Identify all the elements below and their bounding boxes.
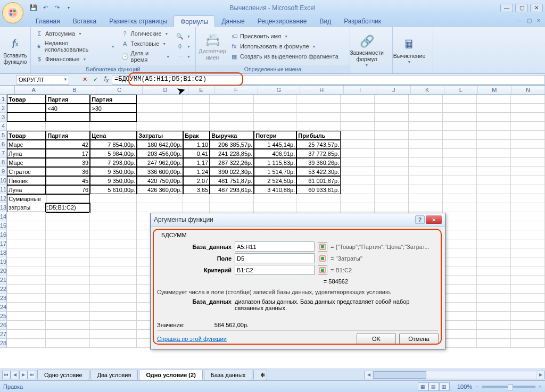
cell[interactable] — [409, 185, 443, 194]
sheet-nav-last[interactable]: ⏭ — [28, 371, 36, 379]
column-header[interactable]: J — [377, 86, 411, 94]
cell[interactable] — [409, 203, 443, 212]
cell[interactable] — [46, 248, 90, 257]
cell[interactable] — [46, 230, 90, 239]
cell[interactable]: 1 115,83р. — [254, 158, 296, 167]
cell[interactable] — [46, 212, 90, 221]
cell[interactable]: 336 600,00р. — [137, 167, 183, 176]
row-header[interactable]: 22 — [0, 285, 7, 294]
cell[interactable] — [443, 203, 477, 212]
cell[interactable] — [46, 276, 90, 285]
cell[interactable] — [296, 194, 341, 203]
cell[interactable]: 39 360,26р. — [296, 158, 341, 167]
cell[interactable]: Затраты — [137, 131, 183, 140]
cell[interactable] — [477, 176, 511, 185]
cell[interactable] — [443, 276, 477, 285]
cell[interactable] — [90, 122, 137, 131]
cell[interactable] — [477, 312, 511, 321]
cell[interactable] — [443, 221, 477, 230]
cell[interactable]: 2,07 — [183, 176, 210, 185]
cell[interactable] — [477, 185, 511, 194]
cell[interactable] — [477, 321, 511, 330]
cell[interactable] — [443, 149, 477, 158]
cell[interactable]: 406,91р. — [254, 149, 296, 158]
cell[interactable] — [511, 185, 545, 194]
cell[interactable] — [341, 140, 375, 149]
cell[interactable] — [90, 303, 137, 312]
column-header[interactable]: G — [258, 86, 300, 94]
row-header[interactable]: 26 — [0, 321, 7, 330]
cell[interactable] — [296, 104, 341, 113]
cell[interactable] — [477, 122, 511, 131]
cell[interactable] — [375, 158, 409, 167]
cell[interactable]: 45 — [46, 176, 90, 185]
cell[interactable] — [511, 158, 545, 167]
cell[interactable] — [443, 122, 477, 131]
cell[interactable]: Луна — [7, 185, 46, 194]
cell[interactable] — [210, 122, 254, 131]
cell[interactable]: Выручка — [210, 131, 254, 140]
cell[interactable] — [511, 276, 545, 285]
cell[interactable] — [375, 176, 409, 185]
column-header[interactable]: A — [15, 86, 53, 94]
cell[interactable]: 180 642,00р. — [137, 140, 183, 149]
cell[interactable]: Брак — [183, 131, 210, 140]
cell[interactable] — [511, 285, 545, 294]
cell[interactable] — [477, 95, 511, 104]
cell[interactable]: 37 772,85р. — [296, 149, 341, 158]
row-header[interactable]: 11 — [0, 185, 7, 194]
cell[interactable]: 9 350,00р. — [90, 176, 137, 185]
cell[interactable] — [46, 113, 90, 122]
normal-view-button[interactable]: ▦ — [418, 382, 428, 391]
cell[interactable] — [341, 176, 375, 185]
close-button[interactable]: ✕ — [530, 4, 543, 12]
insert-function-button[interactable]: fx Вставить функцию — [3, 28, 28, 72]
cell[interactable] — [443, 176, 477, 185]
cell[interactable] — [137, 113, 183, 122]
sheet-tab[interactable]: Одно условие (2) — [139, 370, 202, 380]
cell[interactable] — [183, 194, 210, 203]
cell[interactable] — [183, 95, 210, 104]
column-header[interactable]: C — [96, 86, 143, 94]
cell[interactable]: Партия — [46, 131, 90, 140]
cell[interactable] — [341, 167, 375, 176]
cell[interactable]: 241 228,85р. — [210, 149, 254, 158]
cell[interactable] — [7, 285, 46, 294]
cell[interactable]: затраты — [7, 203, 46, 212]
row-header[interactable]: 9 — [0, 167, 7, 176]
more-functions-button[interactable]: ⋯▼ — [174, 52, 193, 61]
cell[interactable] — [7, 330, 46, 339]
row-header[interactable]: 24 — [0, 303, 7, 312]
cell[interactable]: Партия — [90, 95, 137, 104]
cell[interactable]: 426 360,00р. — [137, 185, 183, 194]
cell[interactable] — [90, 113, 137, 122]
dialog-title-bar[interactable]: Аргументы функции ? ✕ — [151, 213, 445, 227]
cell[interactable]: Товар — [7, 95, 46, 104]
cell[interactable] — [443, 104, 477, 113]
cell[interactable] — [46, 221, 90, 230]
row-header[interactable]: 18 — [0, 248, 7, 257]
cell[interactable] — [443, 158, 477, 167]
recent-functions-button[interactable]: ★Недавно использовались▼ — [34, 39, 117, 54]
cell[interactable] — [477, 158, 511, 167]
row-header[interactable]: 13 — [0, 203, 7, 212]
cell[interactable] — [90, 221, 137, 230]
cell[interactable] — [443, 294, 477, 303]
dialog-help-button[interactable]: ? — [415, 215, 425, 224]
cell[interactable]: 42 — [46, 140, 90, 149]
cell[interactable] — [511, 330, 545, 339]
cell[interactable]: 36 — [46, 167, 90, 176]
cell[interactable]: 481 751,87р. — [210, 176, 254, 185]
cell[interactable]: Партия — [46, 95, 90, 104]
cell[interactable] — [511, 230, 545, 239]
cell[interactable] — [7, 276, 46, 285]
undo-icon[interactable]: ↶ — [41, 4, 49, 12]
cell[interactable]: 1 514,70р. — [254, 167, 296, 176]
dialog-arg-input[interactable] — [235, 241, 315, 252]
cell[interactable] — [137, 203, 183, 212]
cell[interactable] — [254, 194, 296, 203]
cell[interactable] — [375, 194, 409, 203]
cell[interactable] — [477, 239, 511, 248]
cell[interactable]: 487 293,61р. — [210, 185, 254, 194]
cell[interactable] — [511, 149, 545, 158]
